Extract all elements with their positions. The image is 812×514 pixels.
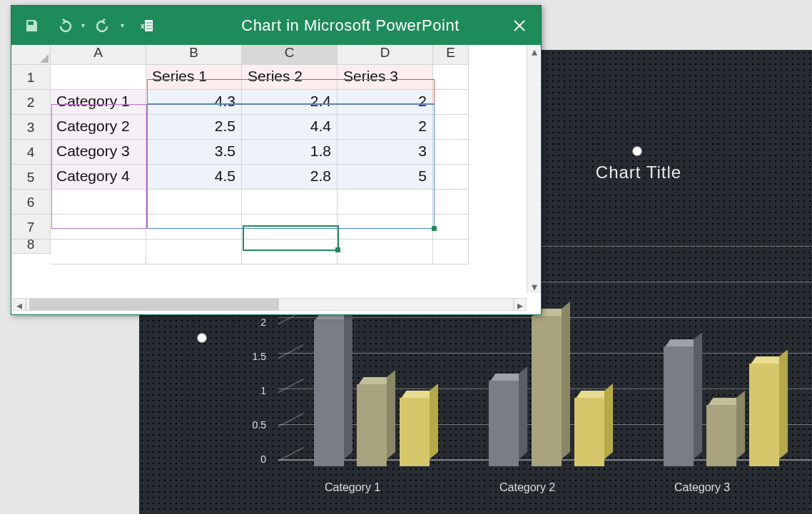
select-all-corner[interactable] bbox=[11, 45, 51, 65]
cell[interactable]: 2.5 bbox=[146, 115, 242, 140]
column-header-C[interactable]: C bbox=[242, 45, 338, 65]
scroll-up-icon[interactable]: ▴ bbox=[532, 45, 537, 58]
close-button[interactable] bbox=[508, 14, 531, 37]
row-header[interactable]: 4 bbox=[11, 140, 51, 165]
bar-cat2-series2[interactable] bbox=[532, 316, 562, 466]
cell[interactable]: Series 1 bbox=[146, 65, 242, 90]
y-tick: 1 bbox=[238, 385, 266, 396]
cell[interactable] bbox=[338, 190, 433, 215]
column-header-E[interactable]: E bbox=[433, 45, 469, 65]
cell[interactable] bbox=[433, 240, 469, 264]
cell[interactable]: Category 2 bbox=[51, 115, 146, 140]
cell[interactable]: 3 bbox=[338, 140, 433, 165]
quick-access-toolbar: ▾ ▾ x bbox=[11, 17, 160, 34]
scroll-left-icon[interactable]: ◂ bbox=[13, 298, 26, 311]
vertical-scrollbar[interactable]: ▴ ▾ bbox=[527, 45, 541, 293]
row-header[interactable]: 3 bbox=[11, 115, 51, 140]
cell[interactable] bbox=[51, 240, 146, 264]
cell[interactable] bbox=[433, 65, 469, 90]
cell[interactable] bbox=[51, 65, 146, 90]
close-icon bbox=[513, 19, 526, 32]
bar-cat3-series2[interactable] bbox=[706, 405, 736, 466]
cell[interactable] bbox=[242, 240, 338, 264]
cell[interactable]: Category 3 bbox=[51, 140, 146, 165]
cell[interactable] bbox=[338, 240, 433, 264]
bar-cat3-series1[interactable] bbox=[664, 346, 694, 466]
column-header-B[interactable]: B bbox=[146, 45, 242, 65]
cell[interactable] bbox=[433, 140, 469, 165]
y-tick: 1.5 bbox=[238, 351, 266, 362]
cell[interactable]: 3.5 bbox=[146, 140, 242, 165]
cell[interactable]: 2 bbox=[338, 115, 433, 140]
cell[interactable] bbox=[433, 190, 469, 215]
scroll-right-icon[interactable]: ▸ bbox=[514, 298, 527, 311]
cell[interactable] bbox=[433, 90, 469, 115]
x-axis-label: Category 1 bbox=[325, 481, 380, 494]
chart-resize-handle-top[interactable] bbox=[633, 147, 641, 155]
cell[interactable] bbox=[338, 215, 433, 240]
chart-datasheet-window[interactable]: ▾ ▾ x Chart in Microsoft PowerPoint A B … bbox=[11, 5, 542, 315]
cell[interactable] bbox=[146, 215, 242, 240]
window-title: Chart in Microsoft PowerPoint bbox=[160, 16, 541, 35]
cell[interactable] bbox=[242, 215, 338, 240]
y-tick: 0 bbox=[238, 453, 266, 465]
cell[interactable]: Series 3 bbox=[338, 65, 433, 90]
cell[interactable]: 2 bbox=[338, 90, 433, 115]
cell[interactable]: 1.8 bbox=[242, 140, 338, 165]
chart-resize-handle-left[interactable] bbox=[198, 334, 206, 342]
save-icon[interactable] bbox=[23, 17, 40, 34]
cell[interactable]: Category 1 bbox=[51, 90, 146, 115]
x-axis-label: Category 2 bbox=[499, 481, 555, 494]
horizontal-scrollbar[interactable]: ◂ ▸ bbox=[13, 296, 527, 313]
x-axis-label: Category 3 bbox=[674, 481, 730, 494]
cell[interactable] bbox=[433, 115, 469, 140]
cell[interactable]: 4.3 bbox=[146, 90, 242, 115]
y-tick: 0.5 bbox=[238, 419, 266, 431]
column-header-D[interactable]: D bbox=[338, 45, 433, 65]
row-header[interactable]: 5 bbox=[11, 165, 51, 190]
scroll-down-icon[interactable]: ▾ bbox=[532, 280, 537, 293]
bar-cat1-series3[interactable] bbox=[400, 398, 430, 466]
cell[interactable] bbox=[146, 190, 242, 215]
cell[interactable] bbox=[433, 165, 469, 190]
window-titlebar[interactable]: ▾ ▾ x Chart in Microsoft PowerPoint bbox=[11, 6, 541, 45]
cell[interactable] bbox=[51, 190, 146, 215]
cell[interactable]: Series 2 bbox=[242, 65, 338, 90]
row-header[interactable]: 1 bbox=[11, 65, 51, 90]
redo-dropdown-icon[interactable]: ▾ bbox=[121, 21, 124, 29]
redo-icon[interactable] bbox=[95, 17, 112, 34]
cell[interactable]: 5 bbox=[338, 165, 433, 190]
cell[interactable] bbox=[51, 215, 146, 240]
scroll-track[interactable] bbox=[26, 298, 514, 311]
row-header[interactable]: 7 bbox=[11, 215, 51, 240]
undo-dropdown-icon[interactable]: ▾ bbox=[81, 21, 85, 29]
cell[interactable] bbox=[146, 240, 242, 264]
bar-cat2-series1[interactable] bbox=[489, 381, 519, 466]
row-header[interactable]: 6 bbox=[11, 190, 51, 215]
bar-cat2-series3[interactable] bbox=[574, 398, 604, 466]
cell[interactable]: 4.5 bbox=[146, 165, 242, 190]
cell[interactable]: 4.4 bbox=[242, 115, 338, 140]
scroll-thumb[interactable] bbox=[29, 299, 279, 310]
bar-cat1-series1[interactable] bbox=[314, 319, 344, 466]
bar-cat1-series2[interactable] bbox=[357, 384, 387, 466]
cell[interactable] bbox=[242, 190, 338, 215]
svg-text:x: x bbox=[141, 22, 145, 30]
cell[interactable]: 2.8 bbox=[242, 165, 338, 190]
bar-cat3-series3[interactable] bbox=[749, 364, 779, 466]
cell[interactable]: Category 4 bbox=[51, 165, 146, 190]
spreadsheet-grid[interactable]: A B C D E 1 Series 1 Series 2 Series 3 2… bbox=[11, 45, 541, 293]
row-header[interactable]: 2 bbox=[11, 90, 51, 115]
cell[interactable]: 2.4 bbox=[242, 90, 338, 115]
row-header[interactable]: 8 bbox=[11, 240, 51, 254]
excel-app-icon: x bbox=[137, 17, 154, 34]
cell[interactable] bbox=[433, 215, 469, 240]
y-tick: 2 bbox=[238, 317, 266, 328]
undo-icon[interactable] bbox=[56, 17, 73, 34]
column-header-A[interactable]: A bbox=[51, 45, 146, 65]
chart-title[interactable]: Chart Title bbox=[567, 163, 710, 183]
